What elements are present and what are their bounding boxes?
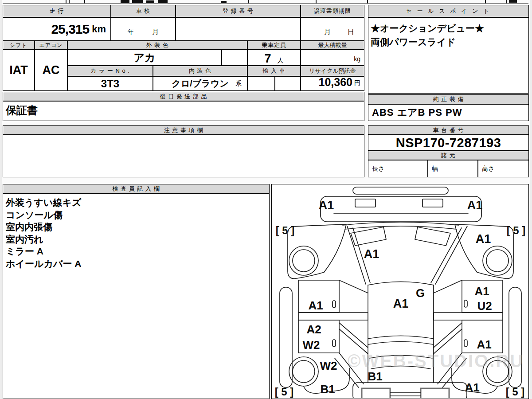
color-no-header: カ ラ ー N o . bbox=[67, 66, 153, 76]
recycle-deposit-value: 10,360 円 bbox=[301, 76, 364, 91]
interior-color-value: クロ/ブラウン 系 bbox=[153, 76, 247, 91]
slide-track-right bbox=[434, 323, 462, 348]
capacity-value: 7 人 bbox=[247, 50, 301, 66]
later-parts-header: 後 日 発 送 部 品 bbox=[3, 92, 364, 101]
exterior-color-value: アカ bbox=[67, 50, 222, 66]
damage-code-label: W2 bbox=[303, 338, 320, 352]
registration-header: 登 録 番 号 bbox=[176, 5, 301, 17]
shaken-year-label: 年 bbox=[128, 28, 134, 36]
damage-code-label: B1 bbox=[368, 370, 382, 383]
watermark-text: ©WEB-STUDIO.RU bbox=[348, 351, 524, 371]
door-handle bbox=[464, 300, 467, 307]
rocker-left bbox=[280, 287, 292, 387]
wheel-rear-left bbox=[289, 357, 318, 386]
damage-code-label: A1 bbox=[467, 199, 483, 212]
windshield-bottom bbox=[368, 282, 434, 286]
damage-code-label: B1 bbox=[320, 383, 335, 396]
damage-code-label: W2 bbox=[320, 359, 337, 372]
interior-color-header: 内 装 色 bbox=[153, 66, 247, 76]
cropped-text-remnant bbox=[146, 0, 154, 3]
chassis-no-header: 車 台 番 号 bbox=[368, 125, 529, 135]
car-diagram-svg: ©WEB-STUDIO.RU A1A1[ 5 ][ 5 ]A1A1GA1A1A1… bbox=[272, 184, 528, 398]
caution-notes-header: 注 意 事 項 欄 bbox=[3, 125, 364, 135]
top-row-divider bbox=[66, 0, 66, 4]
inspector-note-line: 室内内張傷 bbox=[6, 221, 269, 233]
recycle-deposit-header: リサイクル預託金 bbox=[301, 66, 364, 76]
top-row-divider bbox=[84, 0, 85, 4]
a-pillar-right bbox=[435, 226, 467, 284]
damage-code-label: A1 bbox=[476, 232, 491, 246]
damage-code-label: A1 bbox=[364, 247, 379, 261]
top-row-divider bbox=[485, 0, 486, 4]
chassis-no-value: NSP170-7287193 bbox=[368, 135, 529, 151]
transfer-month-label: 月 bbox=[324, 28, 331, 36]
damage-code-label: A1 bbox=[393, 297, 409, 310]
headlight-right bbox=[422, 199, 443, 207]
max-load-value: kg bbox=[301, 50, 364, 66]
a-pillar-right bbox=[431, 228, 462, 283]
damage-code-label: [ 5 ] bbox=[506, 386, 525, 398]
capacity-unit: 人 bbox=[278, 57, 284, 65]
sales-point-header: セ ー ル ス ポ イ ン ト bbox=[368, 5, 529, 17]
shaken-month-label: 月 bbox=[152, 28, 159, 36]
recycle-fee-unit: 円 bbox=[354, 79, 360, 89]
cowl-line bbox=[343, 222, 459, 225]
damage-code-label: [ 5 ] bbox=[276, 224, 295, 236]
mileage-header: 走 行 bbox=[3, 5, 111, 17]
capacity-header: 乗車定員 bbox=[247, 41, 301, 50]
cropped-text-remnant bbox=[509, 0, 517, 3]
slide-track-left bbox=[339, 323, 368, 348]
cropped-text-remnant bbox=[132, 0, 143, 3]
rocker-right bbox=[509, 287, 521, 387]
cropped-text-remnant bbox=[221, 1, 227, 3]
top-row-bottom-border bbox=[3, 3, 528, 4]
inspector-notes-header: 検 査 員 記 入 欄 bbox=[3, 184, 270, 194]
car-diagram-box: ©WEB-STUDIO.RU A1A1[ 5 ][ 5 ]A1A1GA1A1A1… bbox=[271, 184, 529, 399]
front-bumper bbox=[321, 196, 481, 222]
inspector-note-line: コンソール傷 bbox=[6, 209, 269, 221]
mileage-unit: km bbox=[92, 23, 106, 35]
inspector-note-line: ミラー A bbox=[6, 245, 269, 258]
max-load-header: 最大積載量 bbox=[301, 41, 364, 50]
roof-rib bbox=[368, 336, 434, 339]
cropped-text-remnant bbox=[121, 0, 129, 3]
roof-rib bbox=[368, 342, 434, 345]
wiper-right bbox=[415, 227, 450, 246]
door-handle bbox=[332, 340, 336, 347]
specs-header: 諸 元 bbox=[368, 151, 529, 160]
a-pillar-left bbox=[347, 226, 366, 284]
sales-point-line: 両側パワースライド bbox=[371, 35, 526, 49]
mileage-number: 25,315 bbox=[51, 22, 89, 37]
side-band-left bbox=[298, 313, 368, 320]
headlight-left bbox=[355, 199, 376, 207]
shift-header: シフト bbox=[3, 41, 35, 50]
mileage-value: 25,315 km bbox=[3, 17, 111, 41]
damage-code-label: G bbox=[416, 286, 425, 300]
damage-code-label: A1 bbox=[477, 338, 491, 351]
shaken-value: 年 月 bbox=[111, 17, 176, 41]
top-row-divider bbox=[316, 0, 317, 4]
door-top-slant-right bbox=[434, 280, 462, 293]
top-row-divider bbox=[367, 0, 368, 4]
spec-width-cell: 幅 bbox=[428, 160, 478, 177]
transfer-day-label: 日 bbox=[348, 28, 354, 36]
damage-code-label: A1 bbox=[308, 299, 323, 312]
shaken-header: 車 検 bbox=[111, 5, 176, 17]
side-band-right bbox=[434, 313, 503, 320]
aircon-header: エアコン bbox=[35, 41, 67, 50]
sales-point-line: ★オークションデビュー★ bbox=[371, 21, 526, 35]
roof-bar bbox=[353, 187, 448, 194]
top-row-divider bbox=[506, 0, 507, 4]
inspector-note-line: 外装うすい線キズ bbox=[6, 196, 269, 209]
damage-code-label: U2 bbox=[477, 299, 492, 313]
aircon-value: AC bbox=[35, 50, 67, 91]
slide-track-left bbox=[339, 329, 368, 354]
registration-value-empty bbox=[176, 17, 301, 41]
damage-code-label: [ 5 ] bbox=[507, 224, 526, 236]
taillight-right bbox=[421, 388, 449, 398]
sales-point-body: ★オークションデビュー★ 両側パワースライド bbox=[368, 17, 529, 94]
recycle-fee-number: 10,360 bbox=[319, 76, 352, 89]
transfer-deadline-header: 譲渡書類期限 bbox=[301, 5, 364, 17]
door-handle bbox=[332, 301, 336, 308]
taillight-left bbox=[362, 388, 390, 398]
